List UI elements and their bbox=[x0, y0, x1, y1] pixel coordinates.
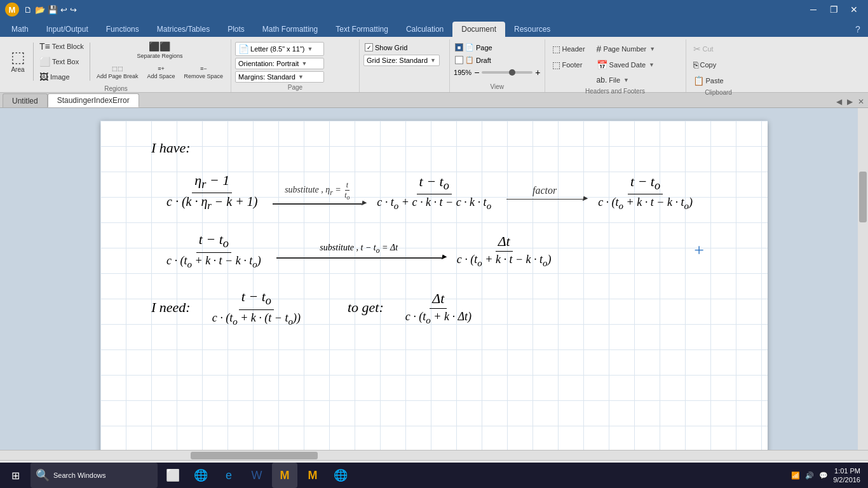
save-icon[interactable]: 💾 bbox=[48, 5, 58, 15]
maximize-button[interactable]: ❐ bbox=[825, 3, 843, 17]
right-scrollbar[interactable] bbox=[858, 108, 868, 450]
zoom-plus-icon[interactable]: + bbox=[535, 67, 540, 78]
scrollbar-h-thumb[interactable] bbox=[191, 452, 318, 459]
tab-plots[interactable]: Plots bbox=[219, 22, 254, 37]
taskbar-edge[interactable]: 🌐 bbox=[188, 463, 214, 488]
titlebar: M 🗋 📂 💾 ↩ ↪ ─ ❐ ✕ bbox=[0, 0, 868, 19]
separate-regions-button[interactable]: ⬛⬛ Separate Regions bbox=[93, 41, 227, 61]
text-block-button[interactable]: T≡ Text Block bbox=[36, 39, 87, 53]
tab-functions[interactable]: Functions bbox=[97, 22, 148, 37]
paste-button[interactable]: 📋 Paste bbox=[690, 74, 727, 88]
doc-tab-staudinger[interactable]: StaudingerIndexError bbox=[48, 93, 139, 107]
hf-label: Headers and Footers bbox=[549, 86, 682, 97]
draft-row[interactable]: 📋 Draft bbox=[454, 55, 492, 65]
orientation-label: Orientation: Portrait bbox=[238, 60, 299, 67]
draft-checkbox[interactable] bbox=[455, 56, 463, 64]
new-icon[interactable]: 🗋 bbox=[24, 5, 32, 15]
remove-space-icon: ≡− bbox=[200, 65, 207, 72]
grid-size-combo[interactable]: Grid Size: Standard ▼ bbox=[363, 55, 440, 66]
tab-right-arrow[interactable]: ▶ bbox=[846, 96, 854, 107]
tab-math[interactable]: Math bbox=[3, 22, 37, 37]
tab-close-button[interactable]: ✕ bbox=[857, 96, 865, 107]
draft-view-label: Draft bbox=[476, 57, 491, 64]
scrollbar-thumb[interactable] bbox=[859, 172, 867, 222]
copy-label: Copy bbox=[700, 61, 717, 69]
volume-icon: 🔊 bbox=[805, 471, 814, 480]
ribbon-group-view: ■ 📄 Page 📋 Draft 195% − + View bbox=[451, 39, 545, 92]
taskbar-mathtype-mo[interactable]: M bbox=[300, 463, 325, 488]
area-button[interactable]: ⬚ Area bbox=[5, 40, 31, 83]
ribbon-group-grid: ✓ Show Grid Grid Size: Standard ▼ bbox=[361, 39, 450, 92]
document-page[interactable]: I have: ηr − 1 c · (k · ηr − k + 1) subs… bbox=[100, 121, 768, 450]
time-display: 1:01 PM bbox=[833, 466, 860, 475]
page-row[interactable]: ■ 📄 Page bbox=[454, 42, 494, 53]
separate-regions-icon: ⬛⬛ bbox=[149, 41, 170, 51]
to-get-text: to get: bbox=[348, 299, 384, 316]
text-box-icon: ⬜ bbox=[39, 57, 50, 67]
zoom-thumb[interactable] bbox=[509, 69, 515, 76]
taskbar-search[interactable]: 🔍 Search Windows bbox=[31, 463, 158, 488]
file-button[interactable]: ab. File ▼ bbox=[593, 74, 659, 86]
cut-button[interactable]: ✂ Cut bbox=[690, 42, 717, 56]
footer-button[interactable]: ⬚ Footer bbox=[549, 58, 588, 72]
page-checkbox[interactable]: ■ bbox=[455, 43, 463, 51]
tab-matrices-tables[interactable]: Matrices/Tables bbox=[148, 22, 219, 37]
paste-label: Paste bbox=[706, 77, 724, 85]
saved-date-button[interactable]: 📅 Saved Date ▼ bbox=[593, 58, 659, 72]
help-button[interactable]: ? bbox=[850, 22, 865, 37]
copy-button[interactable]: ⎘ Copy bbox=[690, 58, 720, 72]
text-block-icon: T≡ bbox=[39, 41, 50, 51]
header-button[interactable]: ⬚ Header bbox=[549, 42, 588, 56]
redo-icon[interactable]: ↪ bbox=[70, 5, 77, 15]
zoom-control: 195% − + bbox=[454, 67, 541, 78]
margins-combo[interactable]: Margins: Standard ▼ bbox=[235, 71, 324, 83]
search-label: Search Windows bbox=[53, 471, 106, 479]
tab-calculation[interactable]: Calculation bbox=[397, 22, 452, 37]
get-fraction: Δt c · (to + k · Δt) bbox=[403, 290, 474, 326]
taskbar-task-view[interactable]: ⬜ bbox=[160, 463, 186, 488]
zoom-minus-icon[interactable]: − bbox=[474, 67, 479, 78]
tab-math-formatting[interactable]: Math Formatting bbox=[254, 22, 327, 37]
taskbar-mathtype-m[interactable]: M bbox=[272, 463, 297, 488]
grid-label bbox=[363, 89, 445, 92]
area-label: Area bbox=[11, 66, 24, 74]
saved-date-arrow: ▼ bbox=[649, 62, 654, 68]
network-icon: 📶 bbox=[791, 471, 800, 480]
zoom-slider[interactable] bbox=[482, 71, 532, 74]
header-label: Header bbox=[562, 45, 585, 53]
paper-size-combo[interactable]: 📄 Letter (8.5" x 11") ▼ bbox=[235, 42, 324, 56]
tab-left-arrow[interactable]: ◀ bbox=[835, 96, 843, 107]
tab-resources[interactable]: Resources bbox=[505, 22, 559, 37]
close-button[interactable]: ✕ bbox=[845, 3, 863, 17]
substitute-arrow-2: substitute , t − to = Δt bbox=[276, 243, 442, 258]
show-grid-checkbox[interactable]: ✓ bbox=[365, 43, 373, 51]
separator2 bbox=[90, 43, 90, 81]
arrow-line-2 bbox=[506, 199, 583, 200]
taskbar-ie[interactable]: e bbox=[216, 463, 241, 488]
add-page-break-button[interactable]: ⬚⬚ Add Page Break bbox=[93, 63, 142, 83]
start-button[interactable]: ⊞ bbox=[3, 463, 28, 488]
taskbar-word[interactable]: W bbox=[244, 463, 269, 488]
need-text: I need: bbox=[151, 299, 191, 316]
tab-document[interactable]: Document bbox=[452, 22, 505, 37]
text-box-button[interactable]: ⬜ Text Box bbox=[36, 55, 87, 69]
page-number-button[interactable]: # Page Number ▼ bbox=[593, 42, 659, 56]
remove-space-button[interactable]: ≡− Remove Space bbox=[180, 63, 227, 83]
separator bbox=[33, 43, 34, 81]
need-get-row: I need: t − to c · (to + k · (t − to)) t… bbox=[139, 288, 729, 327]
open-icon[interactable]: 📂 bbox=[35, 5, 45, 15]
undo-icon[interactable]: ↩ bbox=[60, 5, 67, 15]
bottom-scrollbar[interactable] bbox=[0, 450, 868, 460]
doc-tab-untitled[interactable]: Untitled bbox=[3, 93, 48, 107]
orientation-combo[interactable]: Orientation: Portrait ▼ bbox=[235, 58, 324, 69]
fraction-4: t − to c · (to + k · t − k · to) bbox=[164, 231, 264, 269]
taskbar-chrome[interactable]: 🌐 bbox=[328, 463, 353, 488]
minimize-button[interactable]: ─ bbox=[804, 3, 822, 17]
image-button[interactable]: 🖼 Image bbox=[36, 70, 87, 84]
show-grid-row[interactable]: ✓ Show Grid bbox=[363, 42, 409, 53]
add-space-button[interactable]: ≡+ Add Space bbox=[143, 63, 179, 83]
tab-text-formatting[interactable]: Text Formatting bbox=[327, 22, 397, 37]
separate-regions-label: Separate Regions bbox=[137, 53, 182, 60]
tab-input-output[interactable]: Input/Output bbox=[37, 22, 97, 37]
file-label: File bbox=[609, 76, 620, 84]
